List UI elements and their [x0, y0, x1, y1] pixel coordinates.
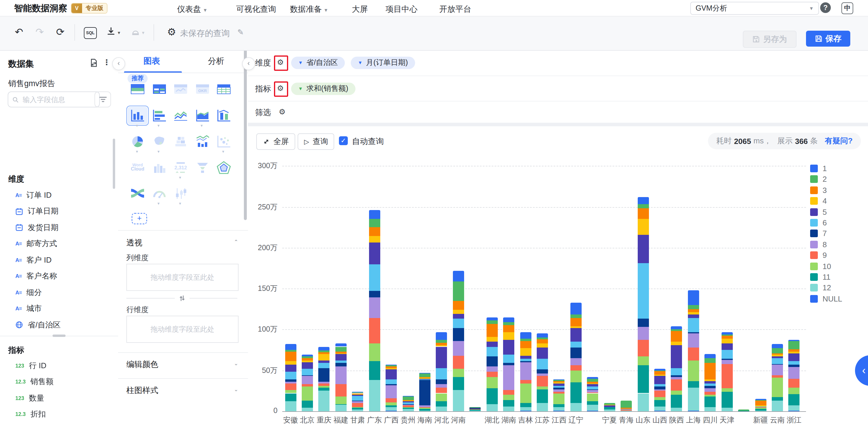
bar-segment-天津-series-10[interactable] [721, 388, 733, 392]
legend-item-11[interactable]: 11 [810, 272, 831, 282]
bar-segment-重庆-series-11[interactable] [318, 388, 330, 391]
bar-segment-辽宁-series-7[interactable] [570, 348, 582, 358]
bar-segment-湖南-series-12[interactable] [503, 406, 514, 411]
bar-segment-辽宁-series-2[interactable] [570, 315, 582, 318]
chart-type-pivot-table-recommended[interactable] [128, 81, 148, 99]
bar-segment-上海-series-2[interactable] [688, 305, 699, 309]
dimension-field[interactable]: A≡客户 ID [16, 252, 52, 268]
bar-segment-北京-series-10[interactable] [302, 387, 313, 401]
bar-segment-云南-series-12[interactable] [772, 401, 783, 411]
bar-segment-湖北-series-10[interactable] [486, 377, 497, 389]
legend-item-6[interactable]: 6 [810, 218, 827, 227]
bar-segment-云南-series-1[interactable] [772, 344, 783, 349]
bar-segment-上海-series-NULL[interactable] [688, 411, 699, 411]
bar-segment-广东-series-12[interactable] [369, 380, 380, 411]
bar-segment-江西-series-NULL[interactable] [554, 411, 565, 411]
bar-segment-北京-series-1[interactable] [302, 355, 313, 357]
bar-segment-山西-series-11[interactable] [654, 400, 665, 406]
bar-segment-山东-series-2[interactable] [638, 204, 649, 208]
bar-segment--series-6[interactable] [587, 387, 598, 389]
bar-segment-甘肃-series-6[interactable] [352, 396, 363, 401]
bar-segment-新疆-series-3[interactable] [755, 401, 766, 406]
bar-segment-上海-series-3[interactable] [688, 309, 699, 313]
bar-segment-浙江-series-6[interactable] [788, 361, 800, 365]
bar-segment-青海-series-6[interactable] [621, 409, 632, 410]
bar-segment-陕西-series-12[interactable] [671, 408, 682, 411]
bar-segment-浙江-series-7[interactable] [788, 365, 800, 367]
bar-segment-河北-series-4[interactable] [436, 345, 447, 347]
bar-segment-青海-series-3[interactable] [621, 408, 632, 409]
bar-segment-甘肃-series-1[interactable] [352, 392, 363, 392]
bar-segment-甘肃-series-10[interactable] [352, 407, 363, 408]
bar-segment-广西-series-11[interactable] [385, 406, 397, 407]
bar-segment-广西-series-4[interactable] [385, 368, 397, 370]
bar-segment-海南-series-9[interactable] [419, 407, 430, 408]
bar-segment--series-10[interactable] [587, 393, 598, 401]
bar-segment-广东-series-2[interactable] [369, 219, 380, 227]
bar-segment-河南-series-3[interactable] [453, 301, 464, 310]
chart-type-area-chart[interactable]: ▼ [192, 107, 212, 125]
metric-pill-1[interactable]: ▼求和(销售额) [291, 83, 355, 95]
bar-segment-湖南-series-1[interactable] [503, 317, 514, 322]
chart-type-sankey-chart[interactable] [128, 185, 148, 202]
bar-segment-山西-series-2[interactable] [654, 370, 665, 371]
metric-field[interactable]: 12.3销售额 [16, 374, 54, 390]
bar-segment-湖北-series-12[interactable] [486, 404, 497, 411]
legend-item-5[interactable]: 5 [810, 207, 827, 216]
bar-segment-四川-series-4[interactable] [705, 380, 716, 381]
chart-type-scatter-chart[interactable]: ▼ [214, 133, 234, 151]
bar-segment-安徽-series-2[interactable] [285, 350, 296, 352]
splitter-drag-handle[interactable] [53, 334, 66, 337]
bar-segment-安徽-series-4[interactable] [285, 361, 296, 365]
bar-segment-海南-series-2[interactable] [419, 373, 430, 377]
dimension-field[interactable]: 订单日期 [16, 203, 58, 219]
dimension-field[interactable]: A≡客户名称 [16, 268, 57, 284]
bar-segment-湖北-series-5[interactable] [486, 341, 497, 347]
bar-segment-河北-series-9[interactable] [436, 388, 447, 393]
bar-segment-重庆-series-8[interactable] [318, 382, 330, 384]
dimension-field[interactable]: A≡订单 ID [16, 187, 52, 203]
bar-segment-广西-series-10[interactable] [385, 402, 397, 406]
bar-segment-广东-series-3[interactable] [369, 227, 380, 236]
chart-type-radar-chart[interactable] [214, 159, 234, 176]
query-settings-button[interactable]: ⚙ [167, 25, 176, 39]
bar-segment-吉林-series-3[interactable] [520, 341, 531, 349]
bar-segment-贵州-series-3[interactable] [402, 400, 414, 401]
legend-item-8[interactable]: 8 [810, 240, 827, 249]
bar-segment-山东-series-9[interactable] [638, 340, 649, 356]
filter-settings-gear-icon[interactable]: ⚙ [279, 107, 285, 116]
bar-segment-河北-series-11[interactable] [436, 401, 447, 406]
bar-segment-贵州-series-4[interactable] [402, 401, 414, 401]
bar-segment--series-11[interactable] [738, 411, 749, 411]
nav-menu-4[interactable]: 大屏 [352, 4, 368, 15]
bar-segment-湖北-series-2[interactable] [486, 320, 497, 324]
bar-segment-湖北-series-8[interactable] [486, 366, 497, 372]
chart-type-line-chart[interactable] [170, 107, 191, 125]
bar-segment--series-5[interactable] [587, 384, 598, 387]
bar-segment-湖南-series-5[interactable] [503, 340, 514, 355]
chart-type-detail-table[interactable] [214, 81, 234, 99]
bar-segment-安徽-series-3[interactable] [285, 352, 296, 361]
bar-segment-山东-series-4[interactable] [638, 219, 649, 235]
chart-type-histogram[interactable] [149, 159, 169, 176]
legend-item-12[interactable]: 12 [810, 284, 831, 292]
bar-segment-甘肃-series-11[interactable] [352, 408, 363, 410]
bar-segment-江西-series-5[interactable] [554, 384, 565, 386]
bar-segment-广西-series-2[interactable] [385, 365, 397, 366]
bar-segment-湖北-series-4[interactable] [486, 337, 497, 342]
bar-segment-江西-series-10[interactable] [554, 393, 565, 404]
bar-segment-安徽-series-9[interactable] [285, 384, 296, 390]
bar-segment-福建-series-10[interactable] [335, 396, 347, 404]
bar-segment-重庆-series-7[interactable] [318, 368, 330, 382]
bar-segment-江苏-series-4[interactable] [537, 343, 548, 348]
undo-button[interactable]: ↶ [15, 25, 23, 39]
redo-button[interactable]: ↷ [35, 25, 44, 39]
bar-segment-广东-series-8[interactable] [369, 298, 380, 318]
bar-segment-广东-series-10[interactable] [369, 343, 380, 361]
bar-segment-吉林-series-2[interactable] [520, 338, 531, 341]
swap-icon[interactable] [178, 294, 186, 302]
bar-segment-贵州-series-8[interactable] [402, 405, 414, 406]
bar-segment-天津-series-11[interactable] [721, 392, 733, 408]
bar-segment-湖南-series-3[interactable] [503, 325, 514, 332]
bar-segment-北京-series-5[interactable] [302, 362, 313, 369]
